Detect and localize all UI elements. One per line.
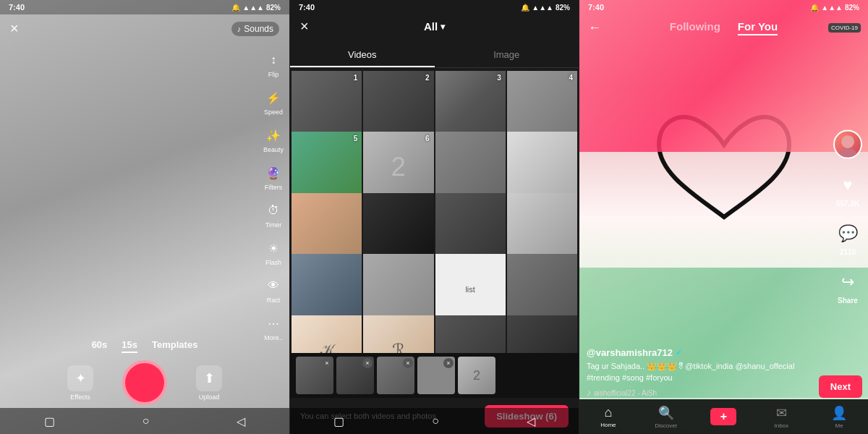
beauty-label: Beauty xyxy=(263,146,284,153)
strip-thumb-5[interactable]: 2 xyxy=(458,357,495,394)
selected-strip: × × × × 2 xyxy=(290,353,579,398)
ract-tool[interactable]: 👁 Ract xyxy=(263,276,284,304)
status-icons-3: 🔔 ▲▲▲ 82% xyxy=(810,4,859,12)
grid-item-7[interactable] xyxy=(435,132,506,202)
grid-item-12[interactable] xyxy=(507,193,577,263)
chevron-down-icon: ▾ xyxy=(441,22,445,32)
beauty-tool[interactable]: ✨ Beauty xyxy=(263,126,284,153)
effects-button[interactable]: ✦ Effects xyxy=(67,365,93,401)
effects-label: Effects xyxy=(70,393,90,401)
nav-home[interactable]: ⌂ Home xyxy=(579,405,637,428)
gallery-screen: 7:40 🔔 ▲▲▲ 82% × All ▾ Videos Image 1 2 … xyxy=(289,0,579,434)
camera-bottom: 60s 15s Templates ✦ Effects ⬆ Upload xyxy=(0,339,289,405)
upload-button[interactable]: ⬆ Upload xyxy=(196,365,222,401)
grid-item-5[interactable]: 5 xyxy=(292,132,362,202)
home-nav-2[interactable]: ▢ xyxy=(333,414,344,428)
inbox-icon: ✉ xyxy=(776,405,787,421)
sounds-button[interactable]: ♪ Sounds xyxy=(231,22,279,36)
upload-label: Upload xyxy=(199,393,220,401)
strip-remove-2[interactable]: × xyxy=(362,358,373,368)
battery-3: 82% xyxy=(845,4,859,12)
strip-remove-3[interactable]: × xyxy=(403,358,413,368)
tab-image[interactable]: Image xyxy=(435,43,579,67)
grid-item-3[interactable]: 3 xyxy=(435,71,506,141)
nav-add[interactable]: + xyxy=(695,408,753,425)
strip-thumb-3[interactable]: × xyxy=(377,357,414,394)
strip-remove-1[interactable]: × xyxy=(322,358,332,368)
username-text: @varshamishra712 xyxy=(587,347,673,358)
nav-discover-label: Discover xyxy=(655,422,677,429)
speed-label: Speed xyxy=(264,109,283,116)
strip-thumb-1[interactable]: × xyxy=(296,357,333,394)
grid-item-1[interactable]: 1 xyxy=(292,71,362,141)
beauty-icon: ✨ xyxy=(264,126,283,145)
gallery-tabs: Videos Image xyxy=(290,43,579,68)
add-video-button[interactable]: + xyxy=(710,408,736,425)
share-action[interactable]: ↪ Share xyxy=(835,269,861,305)
covid-badge[interactable]: COVID-19 xyxy=(828,23,861,33)
status-icons-2: 🔔 ▲▲▲ 82% xyxy=(521,4,570,12)
grid-item-16[interactable] xyxy=(507,254,577,324)
grid-item-15[interactable]: list xyxy=(435,254,506,324)
time-1: 7:40 xyxy=(9,3,25,12)
camera-screen: 7:40 🔔 ▲▲▲ 82% × ♪ Sounds ↕ Flip ⚡ Speed… xyxy=(0,0,289,434)
comment-action[interactable]: 💬 2110 xyxy=(835,221,861,256)
grid-item-10[interactable] xyxy=(363,193,433,263)
strip-thumb-4[interactable]: × xyxy=(417,357,455,394)
more-icon: ⋯ xyxy=(264,314,283,333)
filters-tool[interactable]: 🔮 Filters xyxy=(263,163,284,191)
like-count: 557.3K xyxy=(836,200,859,208)
gallery-close-button[interactable]: × xyxy=(300,18,309,35)
status-icons-1: 🔔 ▲▲▲ 82% xyxy=(231,4,281,12)
gallery-grid[interactable]: 1 2 3 4 5 26 list 𝒦 ℛ xyxy=(290,69,579,376)
timer-label: Timer xyxy=(265,221,282,229)
speed-tool[interactable]: ⚡ Speed xyxy=(263,88,284,116)
battery-2: 82% xyxy=(556,4,570,12)
creator-avatar[interactable] xyxy=(833,130,862,159)
back-nav-1[interactable]: ○ xyxy=(142,414,150,427)
home-nav-1[interactable]: ▢ xyxy=(44,414,55,428)
music-icon: ♪ xyxy=(587,388,591,398)
strip-thumb-2[interactable]: × xyxy=(336,357,374,394)
time-3: 7:40 xyxy=(588,3,604,12)
more-tool[interactable]: ⋯ More.. xyxy=(263,314,284,341)
grid-item-6[interactable]: 26 xyxy=(363,132,433,202)
duration-60s[interactable]: 60s xyxy=(92,339,108,353)
duration-templates[interactable]: Templates xyxy=(152,339,197,353)
back-button[interactable]: ← xyxy=(588,20,601,35)
grid-item-4[interactable]: 4 xyxy=(507,71,577,141)
share-icon: ↪ xyxy=(835,269,861,295)
tab-following[interactable]: Following xyxy=(670,20,720,35)
grid-item-8[interactable] xyxy=(507,132,577,202)
avatar-image xyxy=(835,130,861,159)
heart-icon: ♥ xyxy=(835,172,861,198)
share-label: Share xyxy=(838,297,858,305)
record-button[interactable] xyxy=(122,360,167,405)
nav-discover[interactable]: 🔍 Discover xyxy=(637,405,695,429)
tab-videos[interactable]: Videos xyxy=(290,43,435,67)
recents-nav-2[interactable]: ◁ xyxy=(527,414,535,428)
tab-foryou[interactable]: For You xyxy=(738,20,778,35)
sound-name: aishofficial22 - AiSh xyxy=(594,389,657,397)
nav-me[interactable]: 👤 Me xyxy=(810,405,868,429)
camera-close-button[interactable]: × xyxy=(10,20,19,37)
gallery-filter-button[interactable]: All ▾ xyxy=(424,20,445,33)
flip-tool[interactable]: ↕ Flip xyxy=(263,51,284,78)
grid-item-13[interactable] xyxy=(292,254,362,324)
status-bar-1: 7:40 🔔 ▲▲▲ 82% xyxy=(0,0,289,14)
strip-remove-4[interactable]: × xyxy=(443,358,454,368)
grid-item-9[interactable] xyxy=(292,193,362,263)
nav-inbox[interactable]: ✉ Inbox xyxy=(752,405,810,429)
back-nav-2[interactable]: ○ xyxy=(432,414,439,427)
camera-tools: ↕ Flip ⚡ Speed ✨ Beauty 🔮 Filters ⏱ Time… xyxy=(263,51,284,341)
grid-item-11[interactable] xyxy=(435,193,506,263)
duration-selector: 60s 15s Templates xyxy=(92,339,198,353)
timer-tool[interactable]: ⏱ Timer xyxy=(263,201,284,229)
next-button[interactable]: Next xyxy=(819,375,862,398)
like-action[interactable]: ♥ 557.3K xyxy=(835,172,861,208)
duration-15s[interactable]: 15s xyxy=(122,339,137,353)
recents-nav-1[interactable]: ◁ xyxy=(237,414,245,428)
flash-tool[interactable]: ☀ Flash xyxy=(263,239,284,266)
grid-item-14[interactable] xyxy=(363,254,433,324)
grid-item-2[interactable]: 2 xyxy=(363,71,433,141)
